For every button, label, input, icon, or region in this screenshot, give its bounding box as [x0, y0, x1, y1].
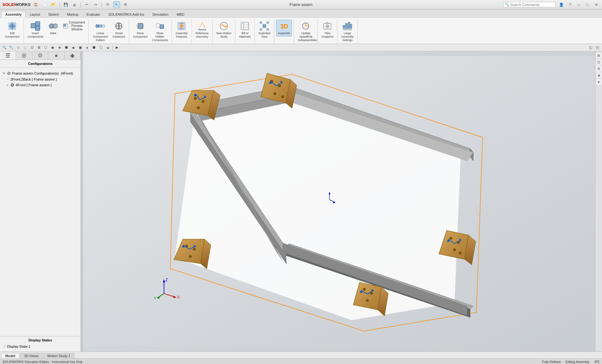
- tab-layout[interactable]: Layout: [26, 11, 44, 18]
- search-input[interactable]: [510, 3, 554, 7]
- tab-assembly[interactable]: Assembly: [1, 11, 26, 18]
- view-orient2-button[interactable]: □: [22, 45, 28, 51]
- large-assembly-settings-button[interactable]: LargeAssemblySettings: [339, 20, 355, 43]
- view-filter-button[interactable]: 🔧: [8, 45, 14, 51]
- rebuild-button[interactable]: ⟳: [104, 1, 111, 8]
- redo-button[interactable]: ↪: [92, 1, 99, 8]
- view-expand-button[interactable]: ▶: [114, 45, 120, 51]
- ribbon-group-exploded: ExplodedView: [255, 19, 274, 44]
- reference-geometry-button[interactable]: ReferenceGeometry: [194, 20, 211, 40]
- viewport[interactable]: Z X Y: [83, 51, 595, 351]
- ribbon-group-items-exploded: ExplodedView: [256, 20, 272, 43]
- restore-button[interactable]: □: [584, 2, 591, 8]
- view-perspective-button[interactable]: ◈: [56, 45, 63, 51]
- linear-component-pattern-button[interactable]: Linear ComponentPattern: [91, 20, 110, 43]
- svg-text:X: X: [177, 295, 180, 300]
- update-speedpak-button[interactable]: UpdateSpeedPakSubassemblies: [296, 20, 315, 43]
- view-zebra-button[interactable]: ▣: [77, 45, 83, 51]
- view-minimize-button[interactable]: ◱: [588, 45, 594, 51]
- view-section-button[interactable]: ■: [70, 45, 77, 51]
- title-bar-right: 🔍 👤 ? ─ □ ✕: [503, 2, 599, 8]
- new-motion-study-button[interactable]: New MotionStudy: [214, 20, 233, 40]
- tab-mbd[interactable]: MBD: [172, 11, 188, 18]
- svg-point-86: [189, 255, 192, 258]
- rp-feature-manager[interactable]: ⊞: [596, 53, 602, 58]
- instant3d-button[interactable]: 3D Instant3D: [276, 20, 292, 36]
- tab-sketch[interactable]: Sketch: [44, 11, 63, 18]
- tab-evaluate[interactable]: Evaluate: [82, 11, 104, 18]
- search-box[interactable]: 🔍: [503, 2, 556, 7]
- sidebar-tab-scenes[interactable]: ◆: [65, 51, 81, 60]
- fully-defined-status: Fully Defined: [542, 360, 560, 364]
- smart-fasteners-button[interactable]: SmartFasteners: [111, 20, 127, 40]
- show-hidden-button[interactable]: ShowHiddenComponents: [150, 20, 170, 43]
- view-curvature-button[interactable]: ♦: [84, 45, 90, 51]
- sidebar-tab-display[interactable]: ●: [48, 51, 64, 60]
- help-button[interactable]: ?: [567, 2, 573, 8]
- sidebar-tabs: ☰ ⊞ ⚙ ● ◆: [0, 51, 81, 60]
- user-button[interactable]: 👤: [558, 2, 564, 8]
- view-draft-button[interactable]: ⬟: [91, 45, 97, 51]
- close-button[interactable]: ✕: [593, 2, 599, 8]
- view-ambient-button[interactable]: ⬢: [63, 45, 70, 51]
- view-hidden2-button[interactable]: ◉: [50, 45, 56, 51]
- logo-text: SOLIDWORKS: [3, 2, 31, 7]
- sidebar-tab-configurations[interactable]: ⚙: [32, 51, 48, 60]
- view-maximize-button[interactable]: ◰: [594, 45, 601, 51]
- view-wireframe-button[interactable]: ⊡: [29, 45, 35, 51]
- config-child-2[interactable]: ✓ ⚙ 4Front [ Frame assem ]: [1, 82, 79, 88]
- rp-dim-expert[interactable]: ◈: [596, 72, 602, 78]
- bottom-tab-3dviews[interactable]: 3D Views: [20, 353, 43, 358]
- edit-component-button[interactable]: EditComponent: [3, 20, 22, 40]
- view-hidden-button[interactable]: ⬡: [43, 45, 49, 51]
- display-state-icon: ○: [3, 344, 6, 349]
- options-button[interactable]: ⚙: [122, 1, 129, 8]
- svg-rect-44: [343, 25, 345, 29]
- display-states-header: Display States: [2, 338, 79, 342]
- display-state-1[interactable]: ○ Display State-1: [2, 343, 79, 350]
- select-button[interactable]: ↖: [113, 1, 120, 8]
- sidebar-tab-properties[interactable]: ⊞: [16, 51, 32, 60]
- print-button[interactable]: 🖨: [71, 1, 78, 8]
- bottom-tab-model[interactable]: Model: [1, 353, 19, 358]
- smart-fasteners-label: SmartFasteners: [113, 32, 125, 39]
- component-preview-button[interactable]: ComponentPreviewWindow: [61, 20, 87, 32]
- open-button[interactable]: 📂: [50, 1, 57, 8]
- new-button[interactable]: 📄: [41, 1, 48, 8]
- rp-configuration-manager[interactable]: ⚙: [596, 66, 602, 71]
- config-child-1-label: 2Front,2Back [ Frame assem ]: [10, 77, 57, 81]
- mate-label: Mate: [50, 32, 56, 35]
- tab-addins[interactable]: SOLIDWORKS Add-Ins: [104, 11, 148, 18]
- bill-of-materials-button[interactable]: Bill ofMaterials: [237, 20, 253, 40]
- window-title: Frame assem: [289, 3, 312, 7]
- take-snapshot-button[interactable]: TakeSnapshot: [319, 20, 335, 40]
- home-button[interactable]: 🏠: [33, 1, 40, 8]
- insert-components-button[interactable]: InsertComponents: [26, 20, 45, 40]
- svg-rect-5: [35, 22, 40, 26]
- bottom-tab-motion-study[interactable]: Motion Study 1: [43, 353, 74, 358]
- exploded-view-button[interactable]: ExplodedView: [256, 20, 272, 40]
- assembly-features-button[interactable]: AssemblyFeatures: [174, 20, 190, 40]
- ribbon-content: EditComponent InsertComponents Mate: [0, 18, 602, 44]
- minimize-button[interactable]: ─: [576, 2, 582, 8]
- view-shaded-button[interactable]: ⊞: [36, 45, 42, 51]
- view-rtt-button[interactable]: ⬡: [98, 45, 104, 51]
- tab-markup[interactable]: Markup: [63, 11, 83, 18]
- rp-display-manager[interactable]: ●: [596, 79, 602, 85]
- save-button[interactable]: 💾: [62, 1, 69, 8]
- view-realview-button[interactable]: ⬙: [105, 45, 111, 51]
- move-component-button[interactable]: MoveComponent: [131, 20, 150, 40]
- undo-button[interactable]: ↩: [83, 1, 90, 8]
- rp-property-manager[interactable]: ⊡: [596, 59, 602, 65]
- ribbon-group-bom: Bill ofMaterials: [235, 19, 255, 44]
- config-child-1[interactable]: ✓ 2Front,2Back [ Frame assem ]: [1, 76, 79, 82]
- take-snapshot-label: TakeSnapshot: [321, 32, 333, 39]
- tab-simulation[interactable]: Simulation: [148, 11, 172, 18]
- view-search-button[interactable]: 🔍: [1, 45, 8, 51]
- mate-button[interactable]: Mate: [46, 20, 61, 36]
- svg-point-67: [197, 107, 200, 109]
- ribbon-group-assembly-features: AssemblyFeatures: [172, 19, 192, 44]
- view-orient1-button[interactable]: ◇: [15, 45, 21, 51]
- config-root-item[interactable]: ▼ ⚙ Frame assem Configuration(s) (4Front…: [1, 70, 79, 76]
- sidebar-tab-model-tree[interactable]: ☰: [0, 51, 16, 60]
